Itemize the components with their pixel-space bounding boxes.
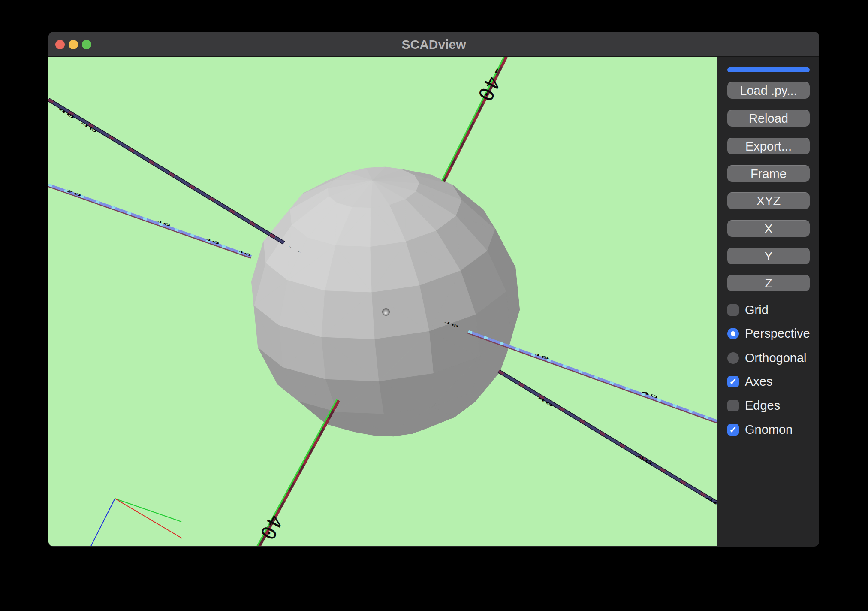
svg-text:40: 40 xyxy=(255,511,287,544)
edges-toggle[interactable]: Edges xyxy=(727,399,780,411)
grid-label: Grid xyxy=(745,303,769,317)
grid-checkbox[interactable] xyxy=(727,304,739,316)
z-view-button[interactable]: Z xyxy=(727,275,810,291)
axes-checkbox[interactable] xyxy=(727,376,739,387)
orthogonal-toggle[interactable]: Orthogonal xyxy=(727,352,807,364)
gnomon-checkbox[interactable] xyxy=(727,424,739,436)
grid-toggle[interactable]: Grid xyxy=(727,304,769,316)
app-window: SCADview 404020404040--404040404040-4040… xyxy=(48,32,819,547)
svg-text:-40: -40 xyxy=(473,61,511,106)
perspective-radio[interactable] xyxy=(727,328,739,339)
export-button[interactable]: Export... xyxy=(727,138,810,154)
svg-text:40: 40 xyxy=(636,454,653,466)
reload-button[interactable]: Reload xyxy=(727,110,810,127)
window-title: SCADview xyxy=(48,32,819,57)
viewport-3d[interactable]: 404020404040--404040404040-4040 xyxy=(48,57,717,546)
y-view-button[interactable]: Y xyxy=(727,248,810,264)
perspective-label: Perspective xyxy=(745,327,810,341)
load-py-button[interactable]: Load .py... xyxy=(727,82,810,99)
scene-svg[interactable]: 404020404040--404040404040-4040 xyxy=(48,57,717,546)
frame-button[interactable]: Frame xyxy=(727,165,810,182)
progress-bar xyxy=(727,67,810,72)
perspective-toggle[interactable]: Perspective xyxy=(727,327,810,339)
x-view-button[interactable]: X xyxy=(727,220,810,237)
xyz-view-button[interactable]: XYZ xyxy=(727,192,810,209)
axes-toggle[interactable]: Axes xyxy=(727,375,772,387)
axes-label: Axes xyxy=(745,375,772,389)
title-bar[interactable]: SCADview xyxy=(48,32,819,57)
gnomon-toggle[interactable]: Gnomon xyxy=(727,423,793,436)
sidebar: Load .py... Reload Export... Frame XYZ X… xyxy=(717,57,819,546)
gnomon-label: Gnomon xyxy=(745,423,793,437)
edges-checkbox[interactable] xyxy=(727,400,739,411)
orthogonal-radio[interactable] xyxy=(727,352,739,364)
edges-label: Edges xyxy=(745,399,780,413)
orthogonal-label: Orthogonal xyxy=(745,351,807,365)
